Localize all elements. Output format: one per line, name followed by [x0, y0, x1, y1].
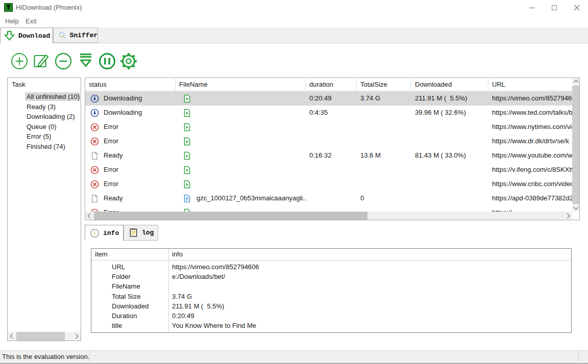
tree-item-finished[interactable]: Finished (74)	[25, 142, 81, 152]
ready-icon	[90, 194, 99, 203]
table-vscrollbar[interactable]	[572, 78, 579, 212]
tab-info-label: info	[103, 229, 119, 237]
remove-task-button[interactable]	[53, 51, 74, 71]
scroll-left-button[interactable]	[8, 332, 16, 341]
scroll-down-button[interactable]	[572, 204, 579, 212]
chevron-right-icon	[74, 334, 79, 339]
column-header-status[interactable]: status	[85, 78, 176, 91]
app-icon	[4, 3, 13, 12]
info-row-downloaded: Downloaded211.91 M ( 5.5%)	[91, 301, 571, 311]
table-row[interactable]: Downloading 0:20:49 3.74 G 211.91 M ( 5.…	[85, 91, 572, 106]
downloaded-cell	[411, 205, 488, 212]
column-header-url[interactable]: URL	[488, 78, 573, 91]
info-panel: item info URLhttps://vimeo.com/852794606…	[91, 248, 572, 333]
task-panel-hscrollbar[interactable]	[8, 332, 81, 341]
ready-icon	[90, 151, 99, 160]
column-header-filename[interactable]: FileName	[176, 78, 306, 91]
totalsize-cell	[357, 205, 411, 212]
duration-cell: 0:4:35	[306, 106, 357, 120]
scroll-right-button[interactable]	[72, 332, 81, 341]
tree-item-downloading[interactable]: Downloading (2)	[25, 112, 81, 122]
duration-cell: 0:20:49	[306, 91, 357, 106]
tree-item-queue[interactable]: Queue (0)	[25, 122, 81, 132]
error-icon	[90, 123, 99, 132]
menu-exit[interactable]: Exit	[26, 15, 37, 28]
column-header-duration[interactable]: duration	[306, 78, 357, 91]
maximize-icon	[552, 5, 557, 10]
settings-button[interactable]	[118, 51, 139, 71]
downloaded-cell	[411, 134, 488, 148]
downloading-icon	[90, 109, 99, 117]
maximize-button[interactable]	[543, 0, 566, 15]
downloaded-cell: 211.91 M ( 5.5%)	[411, 91, 488, 106]
tree-item-all-unfinished[interactable]: All unfinished (10)	[25, 92, 81, 102]
media-file-icon	[183, 166, 191, 174]
table-row[interactable]: Error https://www.nytimes.com/vid	[85, 120, 572, 134]
url-cell: https://vimeo.com/852794606	[488, 91, 572, 106]
status-bar-divider	[578, 351, 579, 362]
menu-help[interactable]: Help	[5, 15, 19, 28]
info-row-duration: Duration0:20:49	[91, 311, 571, 321]
table-row[interactable]: Ready gzc_1000127_0b53mmaicaaanyagli... …	[85, 191, 572, 205]
info-panel-header-line	[91, 260, 571, 261]
table-row[interactable]: Error https://	[85, 205, 572, 212]
url-cell: https://	[488, 205, 572, 212]
column-header-downloaded[interactable]: Downloaded	[411, 78, 488, 91]
scroll-left-button[interactable]	[85, 212, 94, 220]
gear-icon	[118, 51, 139, 71]
totalsize-cell	[357, 120, 411, 134]
title-bar: HiDownload (Phoenix)	[0, 0, 588, 15]
plus-circle-icon	[9, 51, 30, 71]
error-icon	[90, 166, 99, 174]
table-hscrollbar[interactable]	[85, 212, 572, 220]
column-header-totalsize[interactable]: TotalSize	[357, 78, 411, 91]
edit-task-button[interactable]	[31, 51, 52, 71]
info-row-folder: Foldere:/Downloads/bet/	[91, 272, 571, 281]
table-row[interactable]: Ready 0:16:32 13.6 M 81.43 M ( 33.0%) ht…	[85, 148, 572, 163]
tree-item-error[interactable]: Error (5)	[25, 132, 81, 142]
status-text: Error	[104, 177, 118, 191]
table-row[interactable]: Downloading 0:4:35 39.96 M ( 32.6%) http…	[85, 106, 572, 120]
scroll-thumb[interactable]	[94, 212, 368, 220]
info-row-totalsize: Total Size3.74 G	[91, 292, 571, 301]
table-row[interactable]: Error https://v.ifeng.com/c/8SKXt9	[85, 163, 572, 177]
duration-cell: 0:16:32	[306, 148, 357, 163]
tree-item-ready[interactable]: Ready (3)	[25, 102, 81, 112]
downloading-icon	[90, 94, 99, 103]
totalsize-cell	[357, 106, 411, 120]
totalsize-cell	[357, 177, 411, 191]
scroll-up-button[interactable]	[572, 78, 579, 86]
window-title: HiDownload (Phoenix)	[16, 4, 82, 11]
scroll-thumb[interactable]	[16, 332, 65, 341]
close-button[interactable]	[566, 0, 588, 15]
download-arrow-icon	[3, 30, 16, 42]
task-tree: All unfinished (10) Ready (3) Downloadin…	[25, 92, 81, 151]
downloaded-cell	[411, 163, 488, 177]
duration-cell	[306, 163, 357, 177]
status-text: Error	[104, 163, 118, 177]
url-cell: https://www.nytimes.com/vid	[488, 120, 572, 134]
tab-download[interactable]: Download	[0, 28, 53, 43]
status-text: Error	[104, 134, 118, 148]
url-cell: https://www.cnbc.com/video	[488, 177, 572, 191]
start-download-button[interactable]	[76, 51, 96, 71]
tab-sniffer[interactable]: Sniffer	[53, 28, 98, 43]
media-file-icon	[183, 137, 191, 146]
pause-button[interactable]	[97, 51, 117, 71]
status-bar: This is the evaluation version.	[0, 350, 588, 363]
totalsize-cell: 3.74 G	[357, 91, 411, 106]
pause-circle-icon	[97, 51, 117, 71]
add-task-button[interactable]	[9, 51, 30, 71]
table-row[interactable]: Error https://www.cnbc.com/video	[85, 177, 572, 191]
minimize-button[interactable]	[521, 0, 543, 15]
scroll-thumb[interactable]	[572, 86, 579, 204]
tab-info[interactable]: info	[85, 225, 124, 241]
tab-log[interactable]: log	[124, 225, 158, 241]
chevron-up-icon	[573, 80, 578, 85]
scroll-right-button[interactable]	[564, 212, 572, 220]
status-bar-text: This is the evaluation version.	[2, 353, 89, 360]
downloads-table: status FileName duration TotalSize Downl…	[85, 77, 580, 220]
table-row[interactable]: Error https://www.dr.dk/drtv/se/k	[85, 134, 572, 148]
minimize-icon	[529, 8, 535, 8]
url-cell: https://www.youtube.com/w	[488, 148, 572, 163]
